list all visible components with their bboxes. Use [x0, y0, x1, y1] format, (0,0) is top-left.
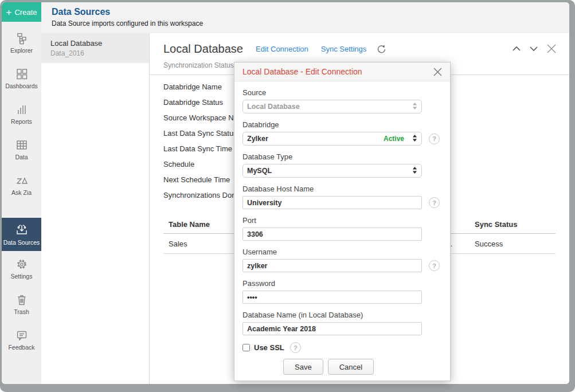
refresh-icon[interactable] [377, 44, 386, 54]
gear-icon [15, 258, 28, 273]
use-ssl-checkbox[interactable] [242, 344, 250, 351]
save-button[interactable]: Save [283, 359, 323, 375]
list-item-local-database[interactable]: Local Database Data_2016 [41, 33, 149, 63]
username-label: Username [242, 248, 442, 256]
modal-header: Local Database - Edit Connection [234, 62, 450, 81]
bar-chart-icon [15, 103, 28, 118]
database-type-select[interactable]: MySQL [242, 164, 422, 178]
databridge-label: Databridge [242, 120, 442, 129]
source-label: Source [242, 88, 442, 97]
sidebar-item-feedback[interactable]: Feedback [2, 322, 41, 358]
page-title: Data Sources [52, 7, 569, 17]
use-ssl-help-icon[interactable]: ? [290, 342, 301, 353]
sidebar-item-data[interactable]: Data [2, 132, 41, 167]
list-item-subtitle: Data_2016 [50, 49, 149, 57]
sidebar-spacer [2, 203, 41, 218]
edit-connection-link[interactable]: Edit Connection [256, 45, 308, 53]
sidebar-item-label: Data Sources [3, 239, 40, 246]
port-input[interactable] [242, 228, 422, 241]
databridge-status-badge: Active [384, 135, 404, 143]
create-button[interactable]: + Create [2, 2, 41, 22]
edit-connection-modal: Local Database - Edit Connection Source … [234, 62, 451, 381]
databridge-select-value: Zylker [247, 135, 384, 143]
stepper-icon [412, 102, 417, 112]
sidebar-item-settings[interactable]: Settings [2, 251, 41, 287]
username-input[interactable] [242, 259, 422, 272]
sidebar-item-dashboards[interactable]: Dashboards [2, 61, 41, 96]
host-field-group: Database Host Name ? [242, 185, 442, 209]
stepper-icon [412, 166, 417, 176]
close-detail-icon[interactable] [546, 44, 557, 54]
sidebar-item-label: Reports [11, 118, 32, 125]
chevron-down-icon[interactable] [529, 46, 538, 52]
detail-tools [512, 44, 557, 54]
modal-body: Source Local Database Databridge Zylker [234, 81, 450, 375]
source-select[interactable]: Local Database [242, 100, 422, 113]
table-icon [15, 139, 28, 154]
plus-icon: + [6, 7, 12, 17]
databridge-select[interactable]: Zylker Active [242, 132, 422, 146]
sidebar-item-ask-zia[interactable]: Ask Zia [2, 167, 41, 203]
host-input[interactable] [242, 196, 422, 209]
database-type-select-value: MySQL [247, 167, 412, 175]
data-source-list: Local Database Data_2016 [41, 33, 150, 384]
modal-title: Local Database - Edit Connection [242, 67, 432, 76]
sidebar: + Create Explorer Dashboards Reports [2, 2, 41, 384]
sidebar-item-data-sources[interactable]: Data Sources [2, 218, 41, 251]
sidebar-item-trash[interactable]: Trash [2, 287, 41, 322]
dashboards-icon [15, 68, 28, 83]
password-field-group: Password [242, 279, 442, 304]
dbname-input[interactable] [242, 322, 422, 335]
host-help-icon[interactable]: ? [429, 197, 440, 208]
dbname-field-group: Database Name (in Local Database) [242, 311, 442, 335]
detail-header: Local Database Edit Connection Sync Sett… [150, 33, 569, 56]
database-type-label: Database Type [242, 152, 442, 161]
use-ssl-row: Use SSL ? [242, 342, 442, 353]
zia-icon [15, 174, 29, 189]
username-help-icon[interactable]: ? [429, 260, 440, 271]
column-header-sync-status: Sync Status [470, 220, 556, 229]
databridge-field-group: Databridge Zylker Active ? [242, 120, 442, 146]
dbname-label: Database Name (in Local Database) [242, 311, 442, 319]
sidebar-item-label: Trash [14, 308, 29, 315]
cell-sync-status: Success [470, 240, 556, 248]
explorer-icon [15, 32, 28, 47]
source-select-value: Local Database [247, 103, 412, 111]
sync-settings-link[interactable]: Sync Settings [321, 45, 367, 53]
port-label: Port [242, 216, 442, 225]
use-ssl-label: Use SSL [254, 343, 284, 352]
create-button-label: Create [14, 8, 37, 17]
password-label: Password [242, 279, 442, 288]
modal-buttons: Save Cancel [283, 359, 442, 375]
page-header: Data Sources Data Source imports configu… [41, 2, 569, 33]
username-field-group: Username ? [242, 248, 442, 272]
sidebar-item-label: Settings [11, 273, 33, 280]
sidebar-item-label: Ask Zia [11, 189, 32, 196]
feedback-icon [15, 329, 28, 344]
list-item-name: Local Database [50, 39, 149, 48]
database-type-field-group: Database Type MySQL [242, 152, 442, 178]
chevron-up-icon[interactable] [512, 46, 521, 52]
databridge-help-icon[interactable]: ? [429, 134, 440, 144]
sidebar-item-label: Data [15, 154, 28, 160]
sidebar-item-reports[interactable]: Reports [2, 96, 41, 132]
sidebar-item-label: Feedback [8, 344, 34, 351]
page-subtitle: Data Source imports configured in this w… [52, 19, 569, 28]
sidebar-item-explorer[interactable]: Explorer [2, 25, 41, 61]
detail-title: Local Database [163, 42, 243, 56]
app-window-frame: + Create Explorer Dashboards Reports [0, 0, 575, 392]
host-label: Database Host Name [242, 185, 442, 193]
data-sources-icon [15, 223, 29, 239]
sidebar-item-label: Explorer [10, 47, 33, 54]
cancel-button[interactable]: Cancel [328, 359, 374, 375]
sidebar-item-label: Dashboards [5, 83, 38, 89]
password-input[interactable] [242, 291, 422, 304]
modal-close-icon[interactable] [432, 66, 443, 77]
trash-icon [15, 293, 28, 308]
stepper-icon [412, 134, 417, 144]
source-field-group: Source Local Database [242, 88, 442, 113]
port-field-group: Port [242, 216, 442, 241]
